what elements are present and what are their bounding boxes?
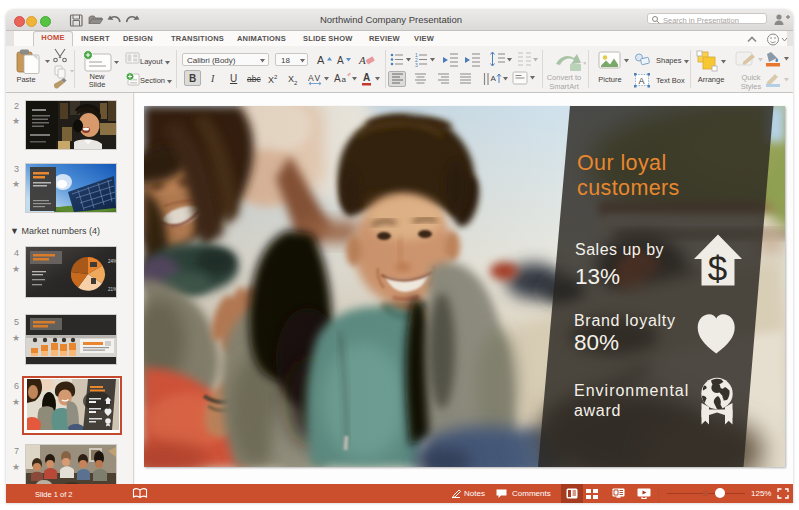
svg-text:a: a — [342, 75, 347, 84]
svg-text:80%: 80% — [574, 330, 619, 355]
svg-text:A: A — [491, 74, 497, 83]
svg-text:13%: 13% — [575, 264, 620, 289]
svg-text:A: A — [334, 73, 341, 84]
svg-text:award: award — [574, 402, 621, 419]
svg-text:3: 3 — [415, 62, 418, 68]
svg-text:A: A — [308, 73, 314, 83]
svg-text:A: A — [358, 54, 366, 66]
svg-text:Brand loyalty: Brand loyalty — [574, 312, 676, 329]
svg-text:Our loyal: Our loyal — [577, 151, 667, 175]
svg-text:A: A — [363, 72, 370, 83]
svg-text:Sales up by: Sales up by — [575, 241, 664, 258]
svg-text:$: $ — [708, 249, 727, 288]
svg-text:customers: customers — [577, 176, 680, 200]
svg-text:24%: 24% — [108, 259, 116, 264]
svg-text:Environmental: Environmental — [574, 382, 689, 399]
svg-text:21%: 21% — [108, 287, 116, 292]
svg-text:A: A — [639, 76, 645, 86]
svg-text:V: V — [315, 73, 321, 83]
